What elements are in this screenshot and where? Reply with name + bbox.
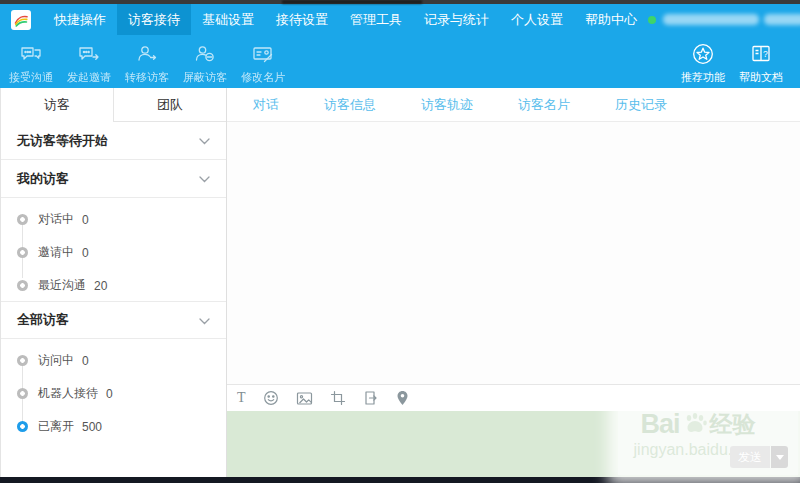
- item-count: 0: [82, 246, 89, 260]
- sidebar-tabs: 访客 团队: [1, 88, 226, 122]
- transfer-visitor-icon: [134, 41, 160, 67]
- toolbar-spacer: [292, 35, 674, 88]
- tool-label: 修改名片: [241, 70, 285, 85]
- blurred-account-id: [764, 14, 800, 25]
- tab-visitor-info[interactable]: 访客信息: [324, 96, 376, 114]
- section-no-waiting-visitors[interactable]: 无访客等待开始: [1, 122, 226, 160]
- menu-records-statistics[interactable]: 记录与统计: [413, 4, 500, 35]
- item-count: 0: [82, 354, 89, 368]
- blurred-browser-title: [282, 0, 422, 4]
- help-doc-icon: ?: [748, 41, 774, 67]
- window-bottom-edge: [0, 477, 800, 483]
- section-header-label: 无访客等待开始: [17, 132, 108, 150]
- menu-management-tools[interactable]: 管理工具: [339, 4, 413, 35]
- item-label: 机器人接待: [38, 385, 98, 402]
- tool-label: 推荐功能: [681, 70, 725, 85]
- menu-reception-settings[interactable]: 接待设置: [265, 4, 339, 35]
- item-left-visitors[interactable]: 已离开 500: [1, 410, 226, 443]
- tab-chat[interactable]: 对话: [253, 96, 279, 114]
- my-visitors-list: 对话中 0 邀请中 0 最近沟通 20: [1, 198, 226, 302]
- gray-bullet-icon: [17, 247, 28, 258]
- edit-card-button[interactable]: 修改名片: [234, 35, 292, 88]
- gray-bullet-icon: [17, 355, 28, 366]
- online-status-dot: [648, 16, 656, 24]
- tool-label: 接受沟通: [9, 70, 53, 85]
- section-header-label: 我的访客: [17, 170, 69, 188]
- blurred-account-name: [663, 14, 759, 25]
- send-file-icon[interactable]: [363, 390, 379, 406]
- menu-help-center[interactable]: 帮助中心: [574, 4, 648, 35]
- chat-message-area: [227, 122, 800, 384]
- recommended-features-button[interactable]: 推荐功能: [674, 35, 732, 88]
- blue-bullet-icon: [17, 421, 28, 432]
- action-toolbar: 接受沟通 发起邀请 转移访客: [0, 35, 800, 88]
- chevron-down-icon: [199, 313, 210, 328]
- main-panel: 对话 访客信息 访客轨迹 访客名片 历史记录 T: [227, 88, 800, 477]
- send-button-group: 发送: [730, 446, 788, 468]
- chevron-down-icon: [199, 133, 210, 148]
- menu-visitor-reception[interactable]: 访客接待: [117, 4, 191, 35]
- emoji-icon[interactable]: [263, 390, 279, 406]
- gray-bullet-icon: [17, 280, 28, 291]
- text-format-icon[interactable]: T: [237, 390, 246, 406]
- item-count: 20: [94, 279, 107, 293]
- edit-card-icon: [250, 41, 276, 67]
- send-button[interactable]: 发送: [730, 446, 770, 468]
- screen-top-strip: [0, 0, 800, 4]
- menu-basic-settings[interactable]: 基础设置: [191, 4, 265, 35]
- tool-label: 转移访客: [125, 70, 169, 85]
- item-label: 邀请中: [38, 244, 74, 261]
- app-body: 访客 团队 无访客等待开始 我的访客 对话中 0: [0, 88, 800, 477]
- block-visitor-button[interactable]: 屏蔽访客: [176, 35, 234, 88]
- item-robot-reception[interactable]: 机器人接待 0: [1, 377, 226, 410]
- tab-history[interactable]: 历史记录: [615, 96, 667, 114]
- gray-bullet-icon: [17, 214, 28, 225]
- tab-visitor-trail[interactable]: 访客轨迹: [421, 96, 473, 114]
- block-visitor-icon: [192, 41, 218, 67]
- menu-personal-settings[interactable]: 个人设置: [500, 4, 574, 35]
- message-input-area[interactable]: Bai 经验 jingyan.baidu.com 发送: [227, 411, 800, 477]
- item-label: 最近沟通: [38, 277, 86, 294]
- help-docs-button[interactable]: ? 帮助文档: [732, 35, 790, 88]
- tool-label: 发起邀请: [67, 70, 111, 85]
- item-visiting[interactable]: 访问中 0: [1, 344, 226, 377]
- screenshot-icon[interactable]: [330, 390, 346, 406]
- item-count: 500: [82, 420, 102, 434]
- start-invite-button[interactable]: 发起邀请: [60, 35, 118, 88]
- item-count: 0: [106, 387, 113, 401]
- item-recent-chats[interactable]: 最近沟通 20: [1, 269, 226, 302]
- accept-chat-button[interactable]: 接受沟通: [2, 35, 60, 88]
- tab-visitors[interactable]: 访客: [1, 88, 113, 122]
- section-header-label: 全部访客: [17, 311, 69, 329]
- item-inviting[interactable]: 邀请中 0: [1, 236, 226, 269]
- tool-label: 帮助文档: [739, 70, 783, 85]
- star-circle-icon: [690, 41, 716, 67]
- image-icon[interactable]: [296, 391, 313, 406]
- chat-accept-icon: [18, 41, 44, 67]
- item-label: 已离开: [38, 418, 74, 435]
- tool-label: 屏蔽访客: [183, 70, 227, 85]
- item-in-chat[interactable]: 对话中 0: [1, 203, 226, 236]
- item-count: 0: [82, 213, 89, 227]
- app-logo-icon: [11, 10, 31, 30]
- location-icon[interactable]: [396, 390, 409, 406]
- all-visitors-list: 访问中 0 机器人接待 0 已离开 500: [1, 339, 226, 451]
- tab-visitor-card[interactable]: 访客名片: [518, 96, 570, 114]
- item-label: 对话中: [38, 211, 74, 228]
- tab-team[interactable]: 团队: [113, 88, 226, 122]
- chat-invite-icon: [76, 41, 102, 67]
- item-label: 访问中: [38, 352, 74, 369]
- menu-bar: 快捷操作 访客接待 基础设置 接待设置 管理工具 记录与统计 个人设置 帮助中心…: [0, 4, 800, 35]
- app-window: 快捷操作 访客接待 基础设置 接待设置 管理工具 记录与统计 个人设置 帮助中心…: [0, 0, 800, 483]
- section-my-visitors[interactable]: 我的访客: [1, 160, 226, 198]
- titlebar-right: — □ ✕: [648, 9, 800, 31]
- send-options-dropdown[interactable]: [771, 446, 788, 468]
- gray-bullet-icon: [17, 388, 28, 399]
- transfer-visitor-button[interactable]: 转移访客: [118, 35, 176, 88]
- chevron-down-icon: [199, 171, 210, 186]
- svg-text:?: ?: [763, 48, 768, 58]
- main-tabs: 对话 访客信息 访客轨迹 访客名片 历史记录: [227, 88, 800, 122]
- menu-quick-actions[interactable]: 快捷操作: [43, 4, 117, 35]
- section-all-visitors[interactable]: 全部访客: [1, 301, 226, 339]
- visitor-sidebar: 访客 团队 无访客等待开始 我的访客 对话中 0: [0, 88, 227, 477]
